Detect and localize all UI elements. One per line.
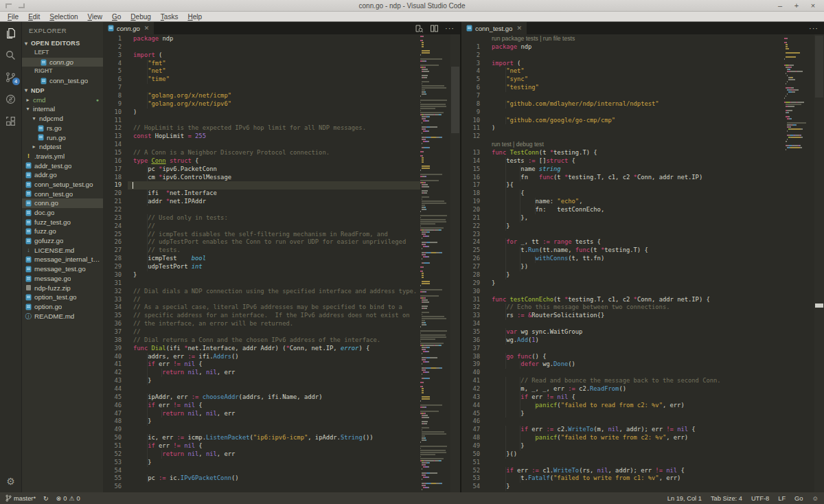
search-icon[interactable] [0,44,22,66]
menu-go[interactable]: Go [107,13,126,21]
open-editors-group-left: LEFT [22,48,103,58]
file-gofuzz.go[interactable]: gofuzz.go [22,236,103,246]
go-file-icon [25,209,32,216]
menu-selection[interactable]: Selection [45,13,82,21]
file-run.go[interactable]: run.go [22,133,103,143]
code-editor-conn-test-go[interactable]: run package tests | run file tests1packa… [461,34,784,492]
chevron-down-icon: ▾ [25,87,31,93]
file-ndp-fuzz.zip[interactable]: ndp-fuzz.zip [22,284,103,293]
code-line: 39 defer wg.Done() [461,360,784,369]
file-option_test.go[interactable]: option_test.go [22,293,103,302]
file-conn_test.go[interactable]: conn_test.go [22,190,103,199]
file-addr_test.go[interactable]: addr_test.go [22,161,103,171]
vertical-scrollbar[interactable] [814,34,824,492]
open-editor-conn.go[interactable]: conn.go [22,58,103,67]
codelens-action[interactable]: run test | debug test [461,141,784,149]
extensions-icon[interactable] [0,110,22,132]
code-line: 14 tests := []struct { [461,157,784,165]
code-line: 33// [103,296,420,304]
file-message.go[interactable]: message.go [22,274,103,284]
open-editor-conn_test.go[interactable]: conn_test.go [22,76,103,86]
code-line: 19 name: "echo", [461,198,784,206]
debug-icon[interactable] [0,88,22,110]
folder-ndptest[interactable]: ▸ndptest [22,142,103,152]
menu-help[interactable]: Help [183,13,207,21]
folder-internal[interactable]: ▾internal [22,104,103,114]
folder-header-ndp[interactable]: ▾ NDP [22,86,103,95]
menu-view[interactable]: View [83,13,108,21]
go-file-icon [25,219,32,226]
text-cursor [133,182,133,189]
code-line: 46 if err != nil { [103,402,420,410]
status-item-0[interactable]: Ln 19, Col 1 [667,495,702,502]
code-line: 38// Dial returns a Conn and the chosen … [103,336,420,345]
menu-file[interactable]: File [3,13,23,21]
menu-debug[interactable]: Debug [126,13,155,21]
close-icon[interactable]: ✕ [515,25,522,32]
minimap[interactable] [784,34,814,492]
file-message_test.go[interactable]: message_test.go [22,264,103,274]
maximize-button[interactable]: + [792,1,801,11]
code-line: 4 "net" [461,67,784,76]
more-actions-icon[interactable]: ··· [809,25,819,32]
file-message_internal_test....[interactable]: message_internal_test.... [22,255,103,264]
source-control-icon[interactable]: 4 [0,66,22,88]
problems-indicator[interactable]: ⊗ 0 ⚠ 0 [56,495,80,502]
tab-conn-test-go[interactable]: conn_test.go ✕ [461,22,527,34]
code-line: 51 [461,459,784,467]
open-preview-icon[interactable] [415,24,424,33]
close-button[interactable]: × [809,1,817,11]
file-.travis.yml[interactable]: !.travis.yml [22,152,103,161]
file-conn.go[interactable]: conn.go [22,198,103,208]
open-editors-header[interactable]: ▾ OPEN EDITORS [22,38,103,48]
code-line: 27 // tests. [103,247,420,255]
explorer-icon[interactable] [0,22,22,44]
go-file-icon [25,303,32,310]
vertical-scrollbar[interactable] [450,34,460,492]
editor-group-left: conn.go ✕ ··· 1package ndp23impor [103,22,460,492]
file-LICENSE.md[interactable]: ↓LICENSE.md [22,246,103,255]
code-line: 45 ipAddr, err := chooseAddr(addrs, ifi.… [103,393,420,402]
codelens-action[interactable]: run package tests | run file tests [461,35,784,43]
sync-button[interactable]: ↻ [43,495,49,502]
file-option.go[interactable]: option.go [22,302,103,312]
feedback-smiley-icon[interactable]: ☺ [812,495,819,502]
code-line: 22 [103,206,420,214]
code-line: 31func testConnEcho(t *testing.T, c1, c2… [461,296,784,304]
code-line: 15// A Conn is a Neighbor Discovery Prot… [103,149,420,157]
file-fuzz_test.go[interactable]: fuzz_test.go [22,218,103,227]
tab-conn-go[interactable]: conn.go ✕ [103,22,154,34]
menu-tasks[interactable]: Tasks [156,13,183,21]
status-item-1[interactable]: Tab Size: 4 [711,495,742,502]
folder-cmd[interactable]: ▸cmd● [22,95,103,105]
tab-bar-left: conn.go ✕ ··· [103,22,460,34]
code-line: 25 t.Run(tt.name, func(t *testing.T) { [461,247,784,255]
menu-edit[interactable]: Edit [23,13,45,21]
file-README.md[interactable]: ⓘREADME.md [22,312,103,321]
go-file-icon [25,256,32,263]
file-conn_setup_test.go[interactable]: conn_setup_test.go [22,180,103,190]
file-fuzz.go[interactable]: fuzz.go [22,227,103,236]
code-line: 55 pc := ic.IPv6PacketConn() [103,474,420,483]
code-line: 13const HopLimit = 255 [103,133,420,141]
chevron-down-icon: ▾ [31,114,37,124]
file-addr.go[interactable]: addr.go [22,170,103,180]
status-item-4[interactable]: Go [794,495,803,502]
file-rs.go[interactable]: rs.go [22,124,103,133]
folder-ndpcmd[interactable]: ▾ndpcmd [22,114,103,124]
status-item-3[interactable]: LF [778,495,786,502]
code-line: 8 "golang.org/x/net/icmp" [103,92,420,100]
info-file-icon: ⓘ [25,312,32,321]
file-doc.go[interactable]: doc.go [22,208,103,218]
code-editor-conn-go[interactable]: 1package ndp23import (4 "fmt"5 "net"6 "t… [103,34,420,492]
code-line: 28 } [461,271,784,279]
status-item-2[interactable]: UTF-8 [751,495,769,502]
minimize-button[interactable]: – [776,1,784,11]
close-icon[interactable]: ✕ [143,25,150,32]
split-editor-icon[interactable] [430,24,439,33]
more-actions-icon[interactable]: ··· [445,25,455,32]
settings-gear-icon[interactable]: ⚙ [6,476,15,487]
minimap[interactable] [420,34,450,492]
git-branch-indicator[interactable]: master* [5,494,36,502]
menubar: FileEditSelectionViewGoDebugTasksHelp [0,12,824,22]
